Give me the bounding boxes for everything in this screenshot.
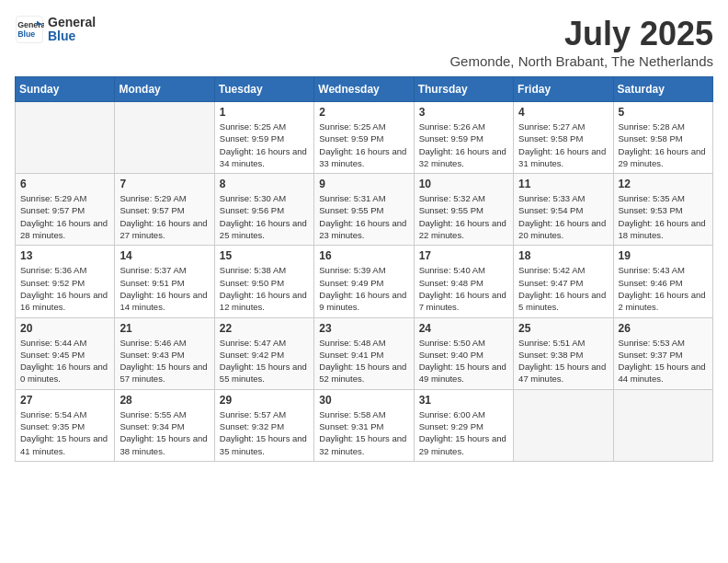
day-info: Sunrise: 5:25 AM Sunset: 9:59 PM Dayligh… [319,121,408,169]
calendar-cell: 9Sunrise: 5:31 AM Sunset: 9:55 PM Daylig… [314,174,414,246]
calendar-cell: 11Sunrise: 5:33 AM Sunset: 9:54 PM Dayli… [514,174,613,246]
calendar-cell: 27Sunrise: 5:54 AM Sunset: 9:35 PM Dayli… [16,389,115,461]
calendar-cell: 31Sunrise: 6:00 AM Sunset: 9:29 PM Dayli… [414,389,513,461]
calendar-cell: 17Sunrise: 5:40 AM Sunset: 9:48 PM Dayli… [414,246,513,317]
day-number: 5 [619,106,708,119]
calendar-cell [514,389,613,461]
logo: General Blue General Blue [15,15,96,44]
day-number: 14 [119,249,209,262]
svg-text:General: General [17,20,44,29]
day-info: Sunrise: 5:26 AM Sunset: 9:59 PM Dayligh… [419,121,508,169]
day-info: Sunrise: 5:54 AM Sunset: 9:35 PM Dayligh… [20,408,109,457]
day-info: Sunrise: 5:37 AM Sunset: 9:51 PM Dayligh… [119,264,209,313]
calendar-week-5: 27Sunrise: 5:54 AM Sunset: 9:35 PM Dayli… [16,389,713,461]
col-header-saturday: Saturday [613,77,712,102]
day-info: Sunrise: 5:57 AM Sunset: 9:32 PM Dayligh… [220,408,309,457]
day-info: Sunrise: 5:53 AM Sunset: 9:37 PM Dayligh… [619,337,708,385]
day-number: 10 [419,178,508,190]
day-info: Sunrise: 5:46 AM Sunset: 9:43 PM Dayligh… [119,337,209,385]
calendar-cell: 28Sunrise: 5:55 AM Sunset: 9:34 PM Dayli… [115,389,214,461]
logo-blue: Blue [48,29,96,43]
calendar-cell: 8Sunrise: 5:30 AM Sunset: 9:56 PM Daylig… [214,174,313,246]
calendar-week-4: 20Sunrise: 5:44 AM Sunset: 9:45 PM Dayli… [16,317,713,389]
col-header-friday: Friday [514,77,613,102]
calendar-cell: 20Sunrise: 5:44 AM Sunset: 9:45 PM Dayli… [16,317,115,389]
day-number: 20 [20,322,109,335]
calendar-cell: 10Sunrise: 5:32 AM Sunset: 9:55 PM Dayli… [414,174,513,246]
day-number: 18 [518,249,608,262]
day-number: 19 [619,249,708,262]
day-number: 24 [419,322,508,335]
day-info: Sunrise: 5:42 AM Sunset: 9:47 PM Dayligh… [518,264,608,313]
calendar-cell: 1Sunrise: 5:25 AM Sunset: 9:59 PM Daylig… [214,102,313,174]
month-year: July 2025 [449,15,713,53]
day-info: Sunrise: 5:55 AM Sunset: 9:34 PM Dayligh… [119,408,209,457]
calendar-week-1: 1Sunrise: 5:25 AM Sunset: 9:59 PM Daylig… [16,102,713,174]
day-info: Sunrise: 5:43 AM Sunset: 9:46 PM Dayligh… [619,264,708,313]
day-number: 15 [220,249,309,262]
day-info: Sunrise: 5:58 AM Sunset: 9:31 PM Dayligh… [319,408,408,457]
day-number: 30 [319,394,408,407]
day-number: 11 [518,178,608,190]
day-number: 3 [419,106,508,119]
day-info: Sunrise: 5:40 AM Sunset: 9:48 PM Dayligh… [419,264,508,313]
calendar-week-3: 13Sunrise: 5:36 AM Sunset: 9:52 PM Dayli… [16,246,713,317]
day-info: Sunrise: 5:47 AM Sunset: 9:42 PM Dayligh… [220,337,309,385]
col-header-tuesday: Tuesday [214,77,313,102]
calendar-cell [16,102,115,174]
calendar-cell: 3Sunrise: 5:26 AM Sunset: 9:59 PM Daylig… [414,102,513,174]
day-info: Sunrise: 5:48 AM Sunset: 9:41 PM Dayligh… [319,337,408,385]
calendar-cell: 7Sunrise: 5:29 AM Sunset: 9:57 PM Daylig… [115,174,214,246]
calendar-cell: 2Sunrise: 5:25 AM Sunset: 9:59 PM Daylig… [314,102,414,174]
calendar-cell: 26Sunrise: 5:53 AM Sunset: 9:37 PM Dayli… [613,317,712,389]
day-number: 17 [419,249,508,262]
calendar-cell: 23Sunrise: 5:48 AM Sunset: 9:41 PM Dayli… [314,317,414,389]
day-number: 12 [619,178,708,190]
location: Gemonde, North Brabant, The Netherlands [449,53,713,69]
logo-icon: General Blue [15,15,44,44]
calendar-cell: 4Sunrise: 5:27 AM Sunset: 9:58 PM Daylig… [514,102,613,174]
day-info: Sunrise: 5:39 AM Sunset: 9:49 PM Dayligh… [319,264,408,313]
calendar-week-2: 6Sunrise: 5:29 AM Sunset: 9:57 PM Daylig… [16,174,713,246]
day-number: 27 [20,394,109,407]
day-number: 28 [119,394,209,407]
day-info: Sunrise: 5:50 AM Sunset: 9:40 PM Dayligh… [419,337,508,385]
day-number: 9 [319,178,408,190]
day-number: 26 [619,322,708,335]
calendar-cell: 29Sunrise: 5:57 AM Sunset: 9:32 PM Dayli… [214,389,313,461]
day-number: 16 [319,249,408,262]
calendar-cell: 5Sunrise: 5:28 AM Sunset: 9:58 PM Daylig… [613,102,712,174]
day-info: Sunrise: 5:51 AM Sunset: 9:38 PM Dayligh… [518,337,608,385]
day-info: Sunrise: 6:00 AM Sunset: 9:29 PM Dayligh… [419,408,508,457]
day-number: 1 [220,106,309,119]
calendar-header-row: SundayMondayTuesdayWednesdayThursdayFrid… [16,77,713,102]
day-info: Sunrise: 5:31 AM Sunset: 9:55 PM Dayligh… [319,192,408,241]
calendar-cell: 30Sunrise: 5:58 AM Sunset: 9:31 PM Dayli… [314,389,414,461]
day-number: 8 [220,178,309,190]
day-number: 21 [119,322,209,335]
page-header: General Blue General Blue July 2025 Gemo… [15,15,713,69]
logo-text: General Blue [48,16,96,44]
day-info: Sunrise: 5:35 AM Sunset: 9:53 PM Dayligh… [619,192,708,241]
calendar-cell: 21Sunrise: 5:46 AM Sunset: 9:43 PM Dayli… [115,317,214,389]
calendar-cell: 24Sunrise: 5:50 AM Sunset: 9:40 PM Dayli… [414,317,513,389]
col-header-monday: Monday [115,77,214,102]
day-info: Sunrise: 5:36 AM Sunset: 9:52 PM Dayligh… [20,264,109,313]
day-info: Sunrise: 5:33 AM Sunset: 9:54 PM Dayligh… [518,192,608,241]
day-info: Sunrise: 5:28 AM Sunset: 9:58 PM Dayligh… [619,121,708,169]
calendar-cell: 18Sunrise: 5:42 AM Sunset: 9:47 PM Dayli… [514,246,613,317]
day-number: 6 [20,178,109,190]
calendar-cell: 12Sunrise: 5:35 AM Sunset: 9:53 PM Dayli… [613,174,712,246]
col-header-sunday: Sunday [16,77,115,102]
day-number: 2 [319,106,408,119]
calendar-cell: 16Sunrise: 5:39 AM Sunset: 9:49 PM Dayli… [314,246,414,317]
day-info: Sunrise: 5:25 AM Sunset: 9:59 PM Dayligh… [220,121,309,169]
calendar-cell [613,389,712,461]
day-info: Sunrise: 5:29 AM Sunset: 9:57 PM Dayligh… [119,192,209,241]
day-number: 29 [220,394,309,407]
calendar-cell: 6Sunrise: 5:29 AM Sunset: 9:57 PM Daylig… [16,174,115,246]
day-number: 31 [419,394,508,407]
logo-general: General [48,16,96,29]
svg-text:Blue: Blue [17,29,35,39]
day-number: 23 [319,322,408,335]
